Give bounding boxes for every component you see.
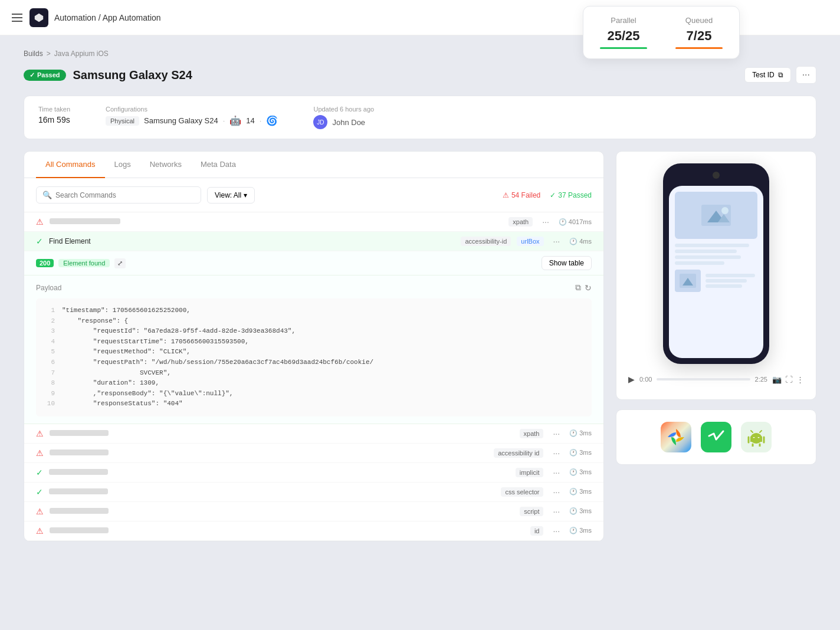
tab-meta-data[interactable]: Meta Data — [191, 152, 245, 178]
search-input[interactable] — [55, 191, 195, 199]
play-button[interactable]: ▶ — [628, 375, 635, 384]
physical-badge: Physical — [106, 116, 139, 126]
updated-row: JD John Doe — [313, 115, 374, 129]
test-id-label: Test ID — [752, 71, 774, 79]
code-line-6: 6 "requestPath": "/wd/hub/session/755e20… — [45, 357, 582, 368]
cmd-tag-r8: id — [530, 526, 544, 536]
payload-header: Payload ⧉ ↻ — [36, 283, 592, 293]
two-col-layout: All Commands Logs Networks Meta Data 🔍 V… — [24, 151, 816, 542]
small-line-3 — [706, 284, 742, 288]
page-title-row: ✓ Passed Samsung Galaxy S24 — [24, 68, 192, 82]
queued-bar — [675, 47, 723, 49]
svg-point-3 — [721, 207, 729, 214]
screen-text-lines — [675, 244, 757, 265]
cmd-tag-r4: accessibility id — [494, 448, 543, 458]
svg-line-13 — [760, 431, 762, 432]
updated-group: Updated 6 hours ago JD John Doe — [313, 106, 374, 129]
tab-networks[interactable]: Networks — [140, 152, 191, 178]
passed-stat: ✓ 37 Passed — [550, 191, 592, 199]
more-button[interactable]: ··· — [796, 66, 816, 84]
cmd-tag-r5: implicit — [516, 468, 544, 477]
expanded-header: 200 Element found ⤢ Show table — [24, 251, 603, 275]
browser-icon: 🌀 — [266, 115, 278, 126]
cmd-more7[interactable]: ··· — [549, 507, 563, 516]
mountain-icon — [701, 205, 731, 226]
screen-line-4 — [675, 261, 724, 265]
left-panel: All Commands Logs Networks Meta Data 🔍 V… — [24, 151, 604, 542]
time-group: Time taken 16m 59s — [38, 106, 70, 124]
command-row-find-element[interactable]: ✓ Find Element accessibility-id urlBox ·… — [24, 232, 603, 251]
android-version: 14 — [246, 116, 254, 125]
camera-icon[interactable]: 📷 — [772, 375, 782, 384]
cmd-time: 🕐 4017ms — [559, 218, 592, 226]
copy-payload-button[interactable]: ⧉ — [575, 283, 581, 293]
cmd-name-text: Find Element — [49, 237, 91, 245]
android-svg — [747, 428, 766, 447]
cmd-time8: 🕐 3ms — [569, 527, 592, 534]
test-id-button[interactable]: Test ID ⧉ — [744, 67, 790, 83]
info-card: Time taken 16m 59s Configurations Physic… — [24, 96, 816, 139]
cmd-tag-r7: script — [520, 507, 543, 516]
clock-icon: 🕐 — [559, 218, 567, 226]
device-name: Samsung Galaxy S24 — [144, 116, 218, 125]
status-popup: Parallel 25/25 Queued 7/25 — [583, 6, 740, 59]
queued-status: Queued 7/25 — [675, 16, 723, 49]
time-bar[interactable] — [657, 378, 750, 380]
more-video-icon[interactable]: ⋮ — [796, 375, 804, 384]
tab-logs[interactable]: Logs — [105, 152, 140, 178]
redacted4 — [50, 449, 109, 455]
warning-icon: ⚠ — [503, 191, 509, 199]
redacted5 — [49, 469, 108, 475]
code-line-3: 3 "requestId": "6a7eda28-9f5f-4add-82de-… — [45, 326, 582, 337]
command-row-6[interactable]: ✓ css selector ··· 🕐 3ms — [24, 483, 603, 502]
tab-all-commands[interactable]: All Commands — [36, 152, 105, 178]
svg-point-7 — [674, 435, 678, 439]
cmd-more6[interactable]: ··· — [549, 487, 563, 497]
code-line-9: 9 ,"responseBody": "{\"value\":null}", — [45, 389, 582, 399]
fullscreen-icon[interactable]: ⛶ — [785, 375, 793, 384]
menu-icon[interactable] — [12, 14, 22, 22]
command-row-7[interactable]: ⚠ script ··· 🕐 3ms — [24, 502, 603, 521]
stats-row: ⚠ 54 Failed ✓ 37 Passed — [503, 191, 592, 199]
command-row-8[interactable]: ⚠ id ··· 🕐 3ms — [24, 521, 603, 541]
parallel-status: Parallel 25/25 — [600, 16, 647, 49]
show-table-button[interactable]: Show table — [542, 256, 592, 270]
cmd-more5[interactable]: ··· — [549, 468, 563, 477]
config-row: Physical Samsung Galaxy S24 · 🤖 14 · 🌀 — [106, 115, 278, 126]
element-found-badge: Element found — [58, 259, 110, 267]
view-all-button[interactable]: View: All ▾ — [207, 187, 255, 204]
pinwheel-svg — [667, 428, 685, 447]
search-box[interactable]: 🔍 — [36, 186, 201, 204]
view-all-label: View: All — [215, 191, 241, 199]
app-icons-card — [616, 409, 816, 465]
cmd-find-element: Find Element — [49, 237, 455, 245]
refresh-payload-button[interactable]: ↻ — [585, 283, 592, 293]
config-group: Configurations Physical Samsung Galaxy S… — [106, 106, 278, 126]
vc-icons: 📷 ⛶ ⋮ — [772, 375, 804, 384]
passed-badge: ✓ Passed — [24, 70, 66, 81]
breadcrumb-builds[interactable]: Builds — [24, 50, 43, 58]
dot-sep: · — [223, 116, 225, 125]
cmd-more4[interactable]: ··· — [549, 448, 563, 458]
parallel-count: 25/25 — [607, 28, 639, 44]
command-row-4[interactable]: ⚠ accessibility id ··· 🕐 3ms — [24, 444, 603, 463]
cmd-tag-xpath: xpath — [508, 217, 533, 227]
cmd-more3[interactable]: ··· — [549, 429, 563, 438]
failed-stat: ⚠ 54 Failed — [503, 191, 540, 199]
cmd-time5: 🕐 3ms — [569, 468, 592, 476]
cmd-more8[interactable]: ··· — [549, 526, 563, 536]
command-row-3[interactable]: ⚠ xpath ··· 🕐 3ms — [24, 424, 603, 444]
screen-line-2 — [675, 250, 737, 253]
screen-bottom — [675, 270, 757, 292]
search-icon: 🔍 — [42, 191, 52, 199]
command-row-1[interactable]: ⚠ xpath ··· 🕐 4017ms — [24, 212, 603, 232]
commands-toolbar: 🔍 View: All ▾ ⚠ 54 Failed ✓ 37 Passed — [24, 178, 603, 212]
failed-count: 54 Failed — [511, 191, 540, 199]
cmd-more-icon[interactable]: ··· — [539, 217, 553, 227]
command-row-5[interactable]: ✓ implicit ··· 🕐 3ms — [24, 463, 603, 483]
code-line-7: 7 SVCVER", — [45, 368, 582, 379]
video-controls: ▶ 0:00 2:25 📷 ⛶ ⋮ — [628, 371, 804, 388]
expand-icon[interactable]: ⤢ — [114, 258, 126, 268]
fail-icon8: ⚠ — [36, 526, 44, 536]
cmd-more-icon2[interactable]: ··· — [550, 237, 564, 246]
